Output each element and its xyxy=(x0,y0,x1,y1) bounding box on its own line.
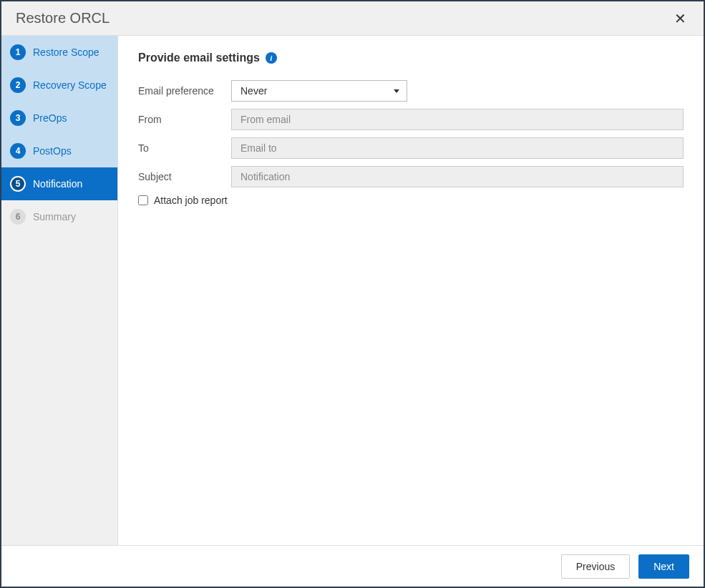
page-title: Provide email settings i xyxy=(138,52,684,64)
step-number: 5 xyxy=(10,176,26,192)
step-label: Restore Scope xyxy=(33,46,99,58)
step-postops[interactable]: 4 PostOps xyxy=(1,134,117,167)
step-label: Recovery Scope xyxy=(33,79,107,91)
to-row: To xyxy=(138,137,684,159)
next-button[interactable]: Next xyxy=(638,554,689,579)
step-label: Notification xyxy=(33,178,82,190)
to-label: To xyxy=(138,142,231,154)
email-preference-select[interactable]: Never xyxy=(231,80,407,102)
step-number: 3 xyxy=(10,110,26,126)
step-label: PostOps xyxy=(33,145,72,157)
email-preference-label: Email preference xyxy=(138,85,231,97)
step-notification[interactable]: 5 Notification xyxy=(1,167,117,200)
subject-row: Subject xyxy=(138,166,684,187)
step-number: 6 xyxy=(10,209,26,225)
step-number: 2 xyxy=(10,77,26,93)
restore-modal: Restore ORCL ✕ 1 Restore Scope 2 Recover… xyxy=(0,0,705,588)
step-recovery-scope[interactable]: 2 Recovery Scope xyxy=(1,69,117,102)
subject-input[interactable] xyxy=(231,166,684,187)
step-restore-scope[interactable]: 1 Restore Scope xyxy=(1,36,117,69)
modal-title: Restore ORCL xyxy=(16,10,110,26)
wizard-sidebar: 1 Restore Scope 2 Recovery Scope 3 PreOp… xyxy=(1,36,118,545)
subject-label: Subject xyxy=(138,171,231,182)
email-preference-value: Never xyxy=(240,85,267,97)
attach-report-checkbox[interactable] xyxy=(138,195,148,205)
info-icon[interactable]: i xyxy=(266,52,277,64)
step-number: 1 xyxy=(10,44,26,60)
wizard-content: Provide email settings i Email preferenc… xyxy=(118,36,704,545)
modal-body: 1 Restore Scope 2 Recovery Scope 3 PreOp… xyxy=(1,36,704,545)
previous-button[interactable]: Previous xyxy=(561,554,630,579)
attach-report-row: Attach job report xyxy=(138,195,684,206)
from-label: From xyxy=(138,114,231,125)
chevron-down-icon xyxy=(394,89,399,93)
email-preference-row: Email preference Never xyxy=(138,80,684,102)
from-input[interactable] xyxy=(231,109,684,130)
attach-report-label: Attach job report xyxy=(154,195,228,206)
step-number: 4 xyxy=(10,143,26,159)
page-title-text: Provide email settings xyxy=(138,52,260,64)
modal-footer: Previous Next xyxy=(1,545,704,587)
modal-header: Restore ORCL ✕ xyxy=(1,1,704,36)
close-icon: ✕ xyxy=(674,11,686,26)
to-input[interactable] xyxy=(231,137,684,159)
step-label: PreOps xyxy=(33,112,67,124)
from-row: From xyxy=(138,109,684,130)
step-preops[interactable]: 3 PreOps xyxy=(1,102,117,134)
step-summary[interactable]: 6 Summary xyxy=(1,200,117,233)
step-label: Summary xyxy=(33,211,76,222)
close-button[interactable]: ✕ xyxy=(668,7,692,30)
